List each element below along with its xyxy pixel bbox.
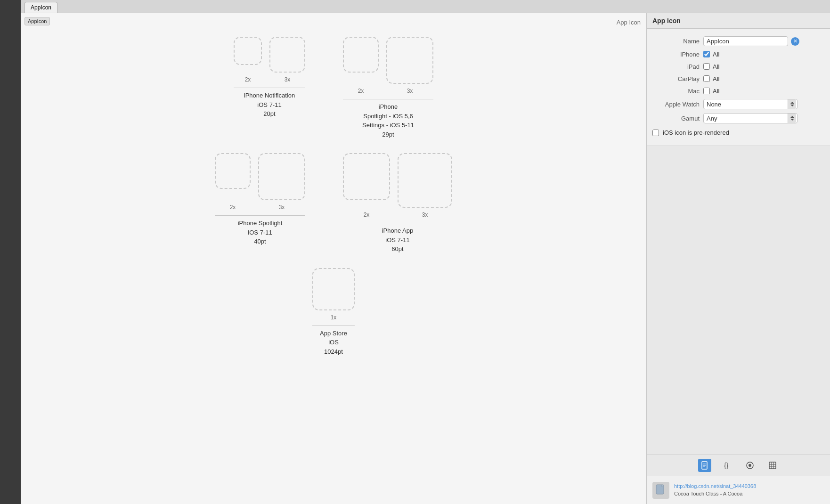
icon-group-spotlight-settings: 2x 3x iPhone Spotlight - iOS 5,6 Setting… xyxy=(343,37,433,139)
ipad-checkbox[interactable] xyxy=(703,63,710,70)
icon-row-2: 2x 3x iPhone Spotlight iOS 7-11 40pt xyxy=(215,153,452,254)
canvas-area: AppIcon App Icon 2x 3x xyxy=(21,13,646,504)
name-clear-button[interactable]: ✕ xyxy=(791,37,799,46)
svg-text:{}: {} xyxy=(724,462,729,469)
icon-group-spotlight40: 2x 3x iPhone Spotlight iOS 7-11 40pt xyxy=(215,153,305,254)
appicon-tab-label: AppIcon xyxy=(24,17,50,25)
content-area: AppIcon App Icon 2x 3x xyxy=(21,13,830,504)
carplay-label: CarPlay xyxy=(652,75,700,82)
spotlight-settings-2x-label: 2x xyxy=(343,88,379,94)
bottom-info-text: http://blog.csdn.net/sinat_34440368 Coco… xyxy=(674,483,756,497)
toolbar-braces-icon[interactable]: {} xyxy=(721,459,734,472)
spotlight40-scale-labels: 2x 3x xyxy=(215,204,305,211)
toolbar-circle-record-icon[interactable] xyxy=(743,459,757,472)
gamut-select[interactable]: Any sRGB Display P3 xyxy=(704,114,797,123)
spotlight40-caption-line3: 40pt xyxy=(254,238,266,245)
icon-row-1: 2x 3x iPhone Notification iOS 7-11 20pt xyxy=(234,37,433,139)
bottom-info-area: http://blog.csdn.net/sinat_34440368 Coco… xyxy=(647,476,830,504)
spotlight-settings-caption-line3: Settings - iOS 5-11 xyxy=(362,122,414,129)
iphone-all-label: All xyxy=(713,51,719,58)
pre-rendered-label: iOS icon is pre-rendered xyxy=(663,129,729,136)
right-panel-empty-area xyxy=(647,146,830,455)
ipad-label: iPad xyxy=(652,63,700,70)
mac-value-container: All xyxy=(703,88,824,95)
right-panel-header: App Icon xyxy=(647,13,830,29)
app60-caption: iPhone App iOS 7-11 60pt xyxy=(382,226,414,254)
appstore-caption-line1: App Store xyxy=(320,330,347,337)
appstore-caption: App Store iOS 1024pt xyxy=(320,329,347,357)
spotlight40-2x-box xyxy=(215,153,251,189)
bottom-info-class: Cocoa Touch Class xyxy=(674,491,719,496)
gamut-label: Gamut xyxy=(652,115,700,122)
carplay-row: CarPlay All xyxy=(647,73,830,85)
spotlight40-divider xyxy=(215,215,305,216)
notification-caption-line3: 20pt xyxy=(263,110,275,117)
toolbar-table-icon[interactable] xyxy=(766,459,779,472)
apple-watch-select[interactable]: None All xyxy=(704,99,797,109)
tab-appicon[interactable]: AppIcon xyxy=(24,2,57,13)
spotlight-settings-caption-line2: Spotlight - iOS 5,6 xyxy=(363,113,413,120)
toolbar-document-icon[interactable] xyxy=(698,459,711,472)
app60-boxes xyxy=(343,153,452,208)
carplay-value-container: All xyxy=(703,75,824,82)
notification-3x-box xyxy=(269,37,305,73)
pre-rendered-checkbox[interactable] xyxy=(652,130,659,136)
app60-2x-box xyxy=(343,153,390,200)
spotlight-settings-2x-box xyxy=(343,37,379,73)
name-row: Name ✕ xyxy=(647,34,830,48)
notification-caption-line1: iPhone Notification xyxy=(244,92,295,99)
spotlight40-caption-line1: iPhone Spotlight xyxy=(238,219,283,227)
appstore-scale-labels: 1x xyxy=(312,314,355,321)
notification-divider xyxy=(234,88,305,88)
carplay-all-label: All xyxy=(713,75,719,82)
mac-checkbox[interactable] xyxy=(703,88,710,94)
notification-boxes xyxy=(234,37,305,73)
name-value-container: ✕ xyxy=(703,36,824,46)
gamut-value-container: Any sRGB Display P3 xyxy=(703,113,824,123)
bottom-info-subtext: - A Cocoa xyxy=(720,491,743,496)
name-label: Name xyxy=(652,38,700,45)
spotlight-settings-3x-label: 3x xyxy=(386,88,433,94)
gamut-row: Gamut Any sRGB Display P3 xyxy=(647,111,830,125)
appstore-caption-line3: 1024pt xyxy=(324,348,343,355)
svg-point-6 xyxy=(749,464,751,467)
svg-rect-7 xyxy=(769,462,776,469)
appstore-1x-label: 1x xyxy=(312,314,355,321)
app60-3x-label: 3x xyxy=(398,211,452,218)
appstore-caption-line2: iOS xyxy=(328,339,339,346)
bottom-toolbar: {} xyxy=(647,455,830,476)
apple-watch-row: Apple Watch None All xyxy=(647,97,830,111)
spotlight-settings-3x-box xyxy=(386,37,433,84)
apple-watch-select-control[interactable]: None All xyxy=(703,99,797,109)
notification-2x-box xyxy=(234,37,262,65)
name-input[interactable] xyxy=(703,36,788,46)
spotlight-settings-scale-labels: 2x 3x xyxy=(343,88,433,94)
app60-scale-labels: 2x 3x xyxy=(343,211,452,218)
iphone-label: iPhone xyxy=(652,51,700,58)
notification-2x-label: 2x xyxy=(234,76,262,83)
icon-grid: 2x 3x iPhone Notification iOS 7-11 20pt xyxy=(30,23,637,356)
gamut-select-control[interactable]: Any sRGB Display P3 xyxy=(703,113,797,123)
spotlight40-2x-label: 2x xyxy=(215,204,251,211)
iphone-value-container: All xyxy=(703,51,824,58)
icon-group-app60: 2x 3x iPhone App iOS 7-11 60pt xyxy=(343,153,452,254)
iphone-checkbox-row: All xyxy=(703,51,719,58)
app60-divider xyxy=(343,223,452,223)
iphone-row: iPhone All xyxy=(647,48,830,60)
icon-group-notification: 2x 3x iPhone Notification iOS 7-11 20pt xyxy=(234,37,305,139)
ipad-all-label: All xyxy=(713,63,719,70)
appstore-1x-box xyxy=(312,268,355,310)
spotlight40-boxes xyxy=(215,153,305,200)
main-area: AppIcon AppIcon App Icon 2x xyxy=(21,0,830,504)
spotlight-settings-divider xyxy=(343,99,433,99)
app60-3x-box xyxy=(398,153,452,208)
spotlight40-caption-line2: iOS 7-11 xyxy=(248,229,272,236)
carplay-checkbox[interactable] xyxy=(703,75,710,82)
iphone-checkbox[interactable] xyxy=(703,51,710,57)
mac-row: Mac All xyxy=(647,85,830,97)
mac-checkbox-row: All xyxy=(703,88,719,95)
spotlight-settings-caption: iPhone Spotlight - iOS 5,6 Settings - iO… xyxy=(362,102,414,139)
mac-all-label: All xyxy=(713,88,719,95)
bottom-info-link[interactable]: http://blog.csdn.net/sinat_34440368 xyxy=(674,483,756,489)
notification-caption-line2: iOS 7-11 xyxy=(257,101,281,108)
